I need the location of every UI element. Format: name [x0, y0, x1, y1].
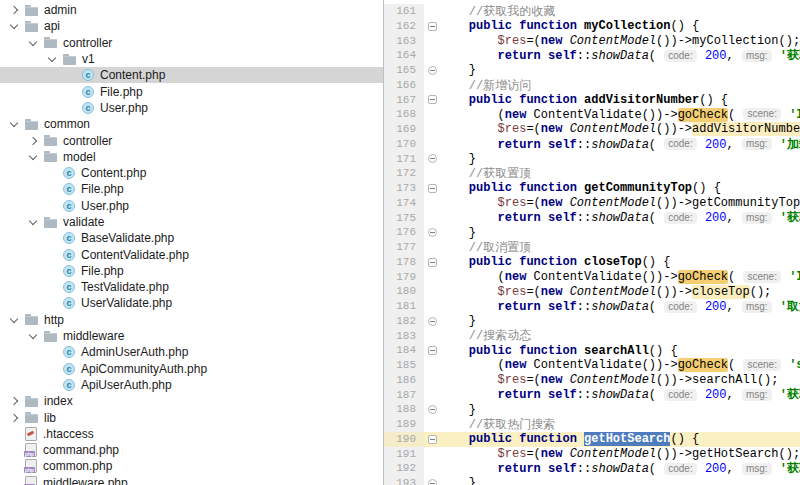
tree-file-testvalidate-php[interactable]: cTestValidate.php: [0, 279, 383, 295]
code-text[interactable]: public function myCollection() {: [440, 19, 800, 33]
fold-marker-icon[interactable]: [424, 93, 440, 108]
code-line-174[interactable]: 174 $res=(new ContentModel())->getCommun…: [384, 196, 800, 211]
tree-file-user-php[interactable]: cUser.php: [0, 100, 383, 116]
code-line-178[interactable]: 178 public function closeTop() {: [384, 255, 800, 270]
code-line-166[interactable]: 166 //新增访问: [384, 78, 800, 93]
code-line-193[interactable]: 193 }: [384, 476, 800, 485]
code-line-187[interactable]: 187 return self::showData( code: 200, ms…: [384, 388, 800, 403]
chevron-right-icon[interactable]: [27, 132, 44, 148]
code-line-165[interactable]: 165 }: [384, 63, 800, 78]
tree-folder-lib[interactable]: lib: [0, 409, 383, 425]
code-line-188[interactable]: 188 }: [384, 402, 800, 417]
tree-file-adminuserauth-php[interactable]: cAdminUserAuth.php: [0, 344, 383, 360]
code-text[interactable]: $res=(new ContentModel())->getCommunityT…: [440, 196, 800, 210]
code-text[interactable]: //获取热门搜索: [440, 416, 800, 433]
code-line-162[interactable]: 162 public function myCollection() {: [384, 19, 800, 34]
code-line-180[interactable]: 180 $res=(new ContentModel())->closeTop(…: [384, 284, 800, 299]
code-line-163[interactable]: 163 $res=(new ContentModel())->myCollect…: [384, 34, 800, 49]
tree-folder-index[interactable]: index: [0, 393, 383, 409]
code-line-177[interactable]: 177 //取消置顶: [384, 240, 800, 255]
code-line-171[interactable]: 171 }: [384, 152, 800, 167]
tree-folder-admin[interactable]: admin: [0, 2, 383, 18]
project-tree-panel[interactable]: adminapicontrollerv1cContent.phpcFile.ph…: [0, 0, 383, 485]
tree-file-file-php[interactable]: cFile.php: [0, 263, 383, 279]
code-text[interactable]: public function getHotSearch() {: [440, 432, 800, 446]
code-line-176[interactable]: 176 }: [384, 225, 800, 240]
chevron-down-icon[interactable]: [27, 149, 44, 165]
tree-file-apiuserauth-php[interactable]: cApiUserAuth.php: [0, 377, 383, 393]
code-line-191[interactable]: 191 $res=(new ContentModel())->getHotSea…: [384, 447, 800, 462]
code-line-179[interactable]: 179 (new ContentValidate())->goCheck( sc…: [384, 270, 800, 285]
code-text[interactable]: }: [440, 476, 800, 485]
tree-folder-controller[interactable]: controller: [0, 132, 383, 148]
tree-file-content-php[interactable]: cContent.php: [0, 165, 383, 181]
tree-file-middleware-php[interactable]: middleware.php: [0, 475, 383, 485]
code-text[interactable]: }: [440, 226, 800, 240]
tree-file-apicommunityauth-php[interactable]: cApiCommunityAuth.php: [0, 361, 383, 377]
tree-file-file-php[interactable]: cFile.php: [0, 83, 383, 99]
fold-marker-icon[interactable]: [424, 225, 440, 240]
code-line-173[interactable]: 173 public function getCommunityTop() {: [384, 181, 800, 196]
tree-file-uservalidate-php[interactable]: cUserValidate.php: [0, 295, 383, 311]
code-text[interactable]: $res=(new ContentModel())->getHotSearch(…: [440, 447, 800, 461]
tree-folder-middleware[interactable]: middleware: [0, 328, 383, 344]
code-line-175[interactable]: 175 return self::showData( code: 200, ms…: [384, 211, 800, 226]
fold-marker-icon[interactable]: [424, 343, 440, 358]
chevron-down-icon[interactable]: [46, 51, 63, 67]
code-text[interactable]: //获取置顶: [440, 165, 800, 182]
fold-marker-icon[interactable]: [424, 255, 440, 270]
code-line-183[interactable]: 183 //搜索动态: [384, 329, 800, 344]
code-line-192[interactable]: 192 return self::showData( code: 200, ms…: [384, 461, 800, 476]
code-line-190[interactable]: 190 public function getHotSearch() {: [384, 432, 800, 447]
code-line-185[interactable]: 185 (new ContentValidate())->goCheck( sc…: [384, 358, 800, 373]
tree-file-content-php[interactable]: cContent.php: [0, 67, 383, 83]
chevron-down-icon[interactable]: [27, 328, 44, 344]
tree-folder-controller[interactable]: controller: [0, 35, 383, 51]
chevron-right-icon[interactable]: [8, 2, 25, 18]
tree-file-file-php[interactable]: cFile.php: [0, 181, 383, 197]
code-text[interactable]: $res=(new ContentModel())->closeTop();: [440, 285, 800, 299]
code-line-186[interactable]: 186 $res=(new ContentModel())->searchAll…: [384, 373, 800, 388]
code-line-189[interactable]: 189 //获取热门搜索: [384, 417, 800, 432]
fold-marker-icon[interactable]: [424, 63, 440, 78]
tree-file--htaccess[interactable]: .htaccess: [0, 426, 383, 442]
fold-marker-icon[interactable]: [424, 476, 440, 485]
code-line-167[interactable]: 167 public function addVisitorNumber() {: [384, 93, 800, 108]
code-text[interactable]: public function addVisitorNumber() {: [440, 93, 800, 107]
code-text[interactable]: return self::showData( code: 200, msg: '…: [440, 47, 800, 64]
tree-folder-api[interactable]: api: [0, 18, 383, 34]
chevron-down-icon[interactable]: [27, 35, 44, 51]
code-text[interactable]: //新增访问: [440, 77, 800, 94]
code-text[interactable]: }: [440, 152, 800, 166]
code-text[interactable]: (new ContentValidate())->goCheck( scene:…: [440, 358, 800, 372]
chevron-right-icon[interactable]: [8, 393, 25, 409]
tree-folder-common[interactable]: common: [0, 116, 383, 132]
fold-marker-icon[interactable]: [424, 432, 440, 447]
code-text[interactable]: $res=(new ContentModel())->myCollection(…: [440, 34, 800, 48]
chevron-down-icon[interactable]: [8, 116, 25, 132]
chevron-right-icon[interactable]: [8, 409, 25, 425]
tree-folder-model[interactable]: model: [0, 149, 383, 165]
code-text[interactable]: return self::showData( code: 200, msg: '…: [440, 298, 800, 315]
code-line-168[interactable]: 168 (new ContentValidate())->goCheck( sc…: [384, 107, 800, 122]
code-text[interactable]: $res=(new ContentModel())->addVisitorNum…: [440, 122, 800, 136]
code-text[interactable]: //取消置顶: [440, 239, 800, 256]
code-editor-panel[interactable]: 161 //获取我的收藏162 public function myCollec…: [383, 0, 800, 485]
code-text[interactable]: }: [440, 63, 800, 77]
code-line-164[interactable]: 164 return self::showData( code: 200, ms…: [384, 48, 800, 63]
tree-folder-http[interactable]: http: [0, 312, 383, 328]
code-text[interactable]: public function closeTop() {: [440, 255, 800, 269]
code-text[interactable]: //获取我的收藏: [440, 3, 800, 20]
code-line-184[interactable]: 184 public function searchAll() {: [384, 343, 800, 358]
code-text[interactable]: return self::showData( code: 200, msg: '…: [440, 460, 800, 477]
chevron-down-icon[interactable]: [27, 214, 44, 230]
code-text[interactable]: }: [440, 314, 800, 328]
code-text[interactable]: (new ContentValidate())->goCheck( scene:…: [440, 270, 800, 284]
code-line-170[interactable]: 170 return self::showData( code: 200, ms…: [384, 137, 800, 152]
tree-folder-validate[interactable]: validate: [0, 214, 383, 230]
fold-marker-icon[interactable]: [424, 19, 440, 34]
code-text[interactable]: public function searchAll() {: [440, 344, 800, 358]
code-text[interactable]: return self::showData( code: 200, msg: '…: [440, 209, 800, 226]
fold-marker-icon[interactable]: [424, 402, 440, 417]
tree-folder-v1[interactable]: v1: [0, 51, 383, 67]
